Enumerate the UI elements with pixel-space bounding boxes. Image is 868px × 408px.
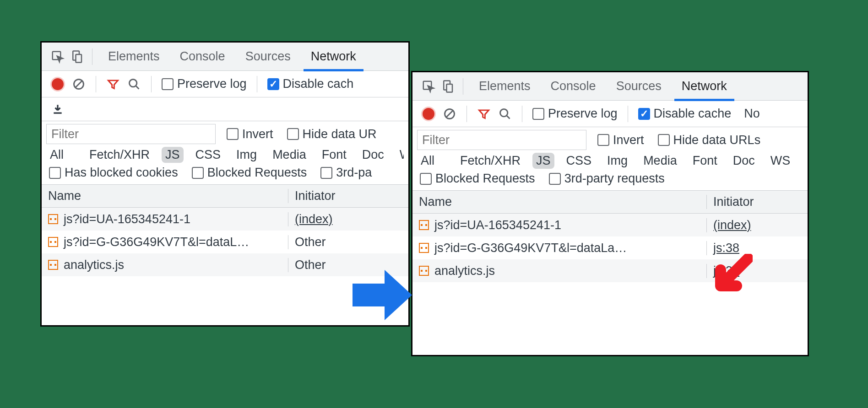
clear-icon[interactable] [440,107,459,120]
divider [257,76,257,92]
type-img[interactable]: Img [233,147,260,163]
red-arrow-icon [711,254,753,295]
col-initiator[interactable]: Initiator [707,195,808,209]
col-name[interactable]: Name [42,189,288,203]
disable-cache-label: Disable cach [283,77,354,91]
table-row[interactable]: js?id=UA-165345241-1 (index) [42,208,408,231]
type-js[interactable]: JS [162,147,184,163]
tab-console[interactable]: Console [170,43,235,71]
device-toggle-icon[interactable] [438,80,457,93]
type-media[interactable]: Media [640,153,681,169]
divider [463,78,463,95]
record-button[interactable] [419,108,438,120]
js-file-icon [48,237,58,247]
type-ws[interactable]: WS [767,153,794,169]
divider [522,106,522,122]
type-all[interactable]: All [417,153,438,169]
filter-funnel-icon[interactable] [103,78,123,91]
blocked-requests-toggle[interactable]: Blocked Requests [189,166,310,180]
device-toggle-icon[interactable] [67,50,87,64]
tab-network[interactable]: Network [301,43,366,71]
invert-toggle[interactable]: Invert [224,127,276,141]
filter-input[interactable] [417,130,586,150]
type-css[interactable]: CSS [192,147,225,163]
inspect-icon[interactable] [48,50,67,64]
table-row[interactable]: js?id=G-G36G49KV7T&l=dataL… Other [42,231,408,253]
has-blocked-cookies-toggle[interactable]: Has blocked cookies [46,166,181,180]
col-name[interactable]: Name [412,195,707,209]
js-file-icon [48,260,58,270]
invert-label: Invert [242,127,273,141]
filter-funnel-icon[interactable] [474,107,494,120]
initiator-link[interactable]: js:38 [713,241,739,255]
tab-sources[interactable]: Sources [235,43,301,71]
preserve-log-label: Preserve log [177,77,247,91]
filter-input[interactable] [46,124,216,144]
search-icon[interactable] [125,78,144,91]
tab-sources[interactable]: Sources [606,72,672,101]
filter-bar: Invert Hide data UR All Fetch/XHR JS CSS… [42,121,408,185]
type-fetch[interactable]: Fetch/XHR [456,153,524,169]
table-header: Name Initiator [42,185,408,208]
invert-toggle[interactable]: Invert [595,133,647,147]
type-doc[interactable]: Doc [358,147,388,163]
svg-rect-2 [76,54,82,63]
table-row[interactable]: js?id=UA-165345241-1 (index) [412,214,808,236]
network-toolbar: Preserve log ✓Disable cach [42,71,408,97]
type-js[interactable]: JS [532,153,554,169]
disable-cache-toggle[interactable]: ✓Disable cache [635,107,734,121]
initiator-link[interactable]: (index) [713,218,751,232]
type-font[interactable]: Font [689,153,721,169]
hide-data-urls-toggle[interactable]: Hide data UR [284,127,380,141]
disable-cache-label: Disable cache [654,107,732,121]
download-bar [42,97,408,121]
blocked-requests-toggle[interactable]: Blocked Requests [417,172,538,186]
requests-table: Name Initiator js?id=UA-165345241-1 (ind… [42,185,408,276]
preserve-log-toggle[interactable]: Preserve log [159,77,250,91]
svg-rect-10 [447,84,453,92]
svg-rect-7 [54,112,61,113]
type-img[interactable]: Img [603,153,631,169]
table-header: Name Initiator [412,191,808,214]
type-doc[interactable]: Doc [729,153,759,169]
js-file-icon [419,243,429,253]
tab-elements[interactable]: Elements [98,43,170,71]
network-toolbar: Preserve log ✓Disable cache No [412,101,808,127]
hide-data-urls-label: Hide data UR [303,127,377,141]
main-tabbar: Elements Console Sources Network [412,72,808,101]
type-css[interactable]: CSS [563,153,596,169]
download-icon[interactable] [48,103,67,115]
clear-icon[interactable] [69,78,88,91]
no-throttling-cut[interactable]: No [736,107,763,121]
search-icon[interactable] [495,107,515,120]
type-font[interactable]: Font [318,147,350,163]
tab-network[interactable]: Network [672,72,737,101]
inspect-icon[interactable] [419,80,438,93]
divider [151,76,152,92]
svg-point-13 [500,109,508,116]
hide-data-urls-toggle[interactable]: Hide data URLs [655,133,764,147]
invert-label: Invert [613,133,644,147]
type-all[interactable]: All [46,147,67,163]
third-party-toggle[interactable]: 3rd-party requests [546,172,667,186]
initiator-text: Other [295,258,326,272]
svg-line-12 [446,111,453,117]
svg-point-5 [130,79,137,86]
tab-elements[interactable]: Elements [469,72,541,101]
blue-arrow-icon [353,270,412,320]
svg-line-4 [76,81,82,87]
type-fetch[interactable]: Fetch/XHR [86,147,153,163]
js-file-icon [419,266,429,276]
initiator-link[interactable]: (index) [295,212,333,226]
type-media[interactable]: Media [269,147,310,163]
record-button[interactable] [48,78,67,90]
type-ws[interactable]: WS [396,147,404,163]
divider [467,106,467,122]
third-party-toggle[interactable]: 3rd-pa [318,166,374,180]
type-wasm[interactable]: Wasm [802,153,803,169]
col-initiator[interactable]: Initiator [288,189,408,203]
disable-cache-toggle[interactable]: ✓Disable cach [265,77,357,91]
js-file-icon [419,220,429,230]
preserve-log-toggle[interactable]: Preserve log [530,107,620,121]
tab-console[interactable]: Console [541,72,606,101]
